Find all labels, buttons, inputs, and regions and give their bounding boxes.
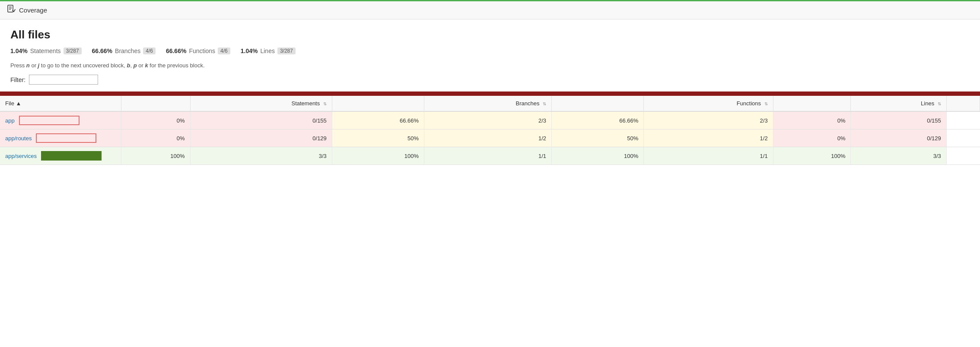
func-count-cell: 2/3	[644, 111, 773, 129]
statements-stat: 1.04% Statements 3/287	[10, 47, 82, 54]
lines-stat: 1.04% Lines 3/287	[241, 47, 296, 54]
lines-count-cell: 3/3	[851, 147, 946, 165]
functions-pct: 66.66%	[166, 47, 186, 54]
file-cell: app/routes	[0, 129, 121, 147]
col-branches-pct[interactable]: Branches ⇅	[424, 96, 552, 111]
statements-badge: 3/287	[64, 47, 82, 54]
coverage-divider	[0, 91, 980, 96]
statements-pct: 1.04%	[10, 47, 28, 54]
stmt-count-cell: 0/155	[190, 111, 332, 129]
lines-count-cell: 0/129	[851, 129, 946, 147]
func-pct-cell: 66.66%	[552, 111, 644, 129]
lines-pct: 1.04%	[241, 47, 258, 54]
file-link[interactable]: app/services	[5, 153, 37, 159]
branch-count-cell: 1/1	[424, 147, 552, 165]
col-functions-count	[773, 96, 851, 111]
lines-count-cell: 0/155	[851, 111, 946, 129]
branch-pct-cell: 100%	[332, 147, 424, 165]
branches-stat: 66.66% Branches 4/6	[92, 47, 156, 54]
table-row: app/routes 0% 0/129 50% 1/2 50% 1/2 0% 0…	[0, 129, 980, 147]
file-link[interactable]: app/routes	[5, 135, 32, 142]
lines-pct-cell: 0%	[773, 129, 851, 147]
file-cell: app	[0, 111, 121, 129]
file-link[interactable]: app	[5, 117, 15, 124]
col-lines-pct[interactable]: Lines ⇅	[851, 96, 946, 111]
col-branches-count	[552, 96, 644, 111]
col-functions-pct[interactable]: Functions ⇅	[644, 96, 773, 111]
table-row: app/services 100% 3/3 100% 1/1 100% 1/1 …	[0, 147, 980, 165]
stmt-count-cell: 0/129	[190, 129, 332, 147]
hint-text: Press n or j to go to the next uncovered…	[10, 62, 970, 69]
branch-pct-cell: 50%	[332, 129, 424, 147]
file-cell: app/services	[0, 147, 121, 165]
branches-badge: 4/6	[143, 47, 156, 54]
svg-rect-0	[8, 5, 13, 12]
top-bar-title: Coverage	[19, 6, 47, 14]
col-file[interactable]: File ▲	[0, 96, 121, 111]
func-count-cell: 1/2	[644, 129, 773, 147]
branches-label: Branches	[115, 47, 140, 54]
branch-pct-cell: 66.66%	[332, 111, 424, 129]
table-row: app 0% 0/155 66.66% 2/3 66.66% 2/3 0% 0/…	[0, 111, 980, 129]
col-statements-bar	[121, 96, 190, 111]
coverage-table: File ▲ Statements ⇅ Branches ⇅ Functions…	[0, 96, 980, 165]
col-lines-count	[946, 96, 980, 111]
func-pct-cell: 100%	[552, 147, 644, 165]
functions-badge: 4/6	[218, 47, 230, 54]
branches-pct: 66.66%	[92, 47, 112, 54]
col-statements-pct[interactable]: Statements ⇅	[190, 96, 332, 111]
stats-row: 1.04% Statements 3/287 66.66% Branches 4…	[10, 47, 970, 54]
lines-pct-cell: 100%	[773, 147, 851, 165]
func-pct-cell: 50%	[552, 129, 644, 147]
col-statements-count	[332, 96, 424, 111]
stmt-pct-cell: 0%	[121, 111, 190, 129]
page-title: All files	[10, 28, 970, 41]
functions-label: Functions	[189, 47, 215, 54]
functions-stat: 66.66% Functions 4/6	[166, 47, 230, 54]
branch-count-cell: 1/2	[424, 129, 552, 147]
top-bar: Coverage	[0, 0, 980, 19]
filter-label: Filter:	[10, 76, 25, 83]
branch-count-cell: 2/3	[424, 111, 552, 129]
coverage-icon	[7, 5, 16, 16]
filter-row: Filter:	[10, 75, 970, 91]
lines-badge: 3/287	[277, 47, 296, 54]
main-content: All files 1.04% Statements 3/287 66.66% …	[0, 19, 980, 91]
table-header-row: File ▲ Statements ⇅ Branches ⇅ Functions…	[0, 96, 980, 111]
lines-label: Lines	[260, 47, 274, 54]
lines-pct-cell: 0%	[773, 111, 851, 129]
stmt-count-cell: 3/3	[190, 147, 332, 165]
stmt-pct-cell: 100%	[121, 147, 190, 165]
func-count-cell: 1/1	[644, 147, 773, 165]
statements-label: Statements	[30, 47, 61, 54]
filter-input[interactable]	[29, 75, 98, 85]
stmt-pct-cell: 0%	[121, 129, 190, 147]
coverage-table-wrapper: File ▲ Statements ⇅ Branches ⇅ Functions…	[0, 96, 980, 165]
